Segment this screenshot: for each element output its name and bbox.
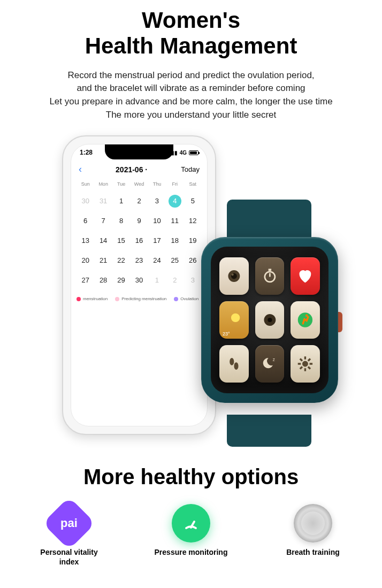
- today-button[interactable]: Today: [181, 165, 200, 173]
- svg-point-10: [305, 315, 308, 317]
- back-icon[interactable]: ‹: [79, 164, 82, 175]
- calendar-day-header: Thu: [148, 179, 166, 191]
- watch-strap-bottom: [227, 415, 311, 447]
- svg-line-22: [308, 359, 310, 361]
- calendar-cell[interactable]: 10: [148, 211, 166, 231]
- calendar-row: 27282930123: [77, 270, 202, 290]
- calendar-cell[interactable]: 29: [112, 270, 130, 290]
- calendar-cell[interactable]: 24: [148, 250, 166, 270]
- page-subtitle: Record the menstrual period and predict …: [0, 69, 382, 122]
- calendar-day-header: Mon: [94, 179, 112, 191]
- svg-point-8: [268, 318, 272, 322]
- calendar-cell[interactable]: 7: [94, 211, 112, 231]
- calendar-cell[interactable]: 1: [112, 191, 130, 211]
- option-pressure: Pressure monitoring: [151, 504, 231, 567]
- calendar-cell[interactable]: 21: [94, 250, 112, 270]
- calendar-cell[interactable]: 27: [77, 270, 94, 290]
- calendar-cell[interactable]: 23: [130, 250, 148, 270]
- option-pai: pai Personal vitality index: [29, 504, 109, 567]
- svg-rect-4: [268, 269, 271, 271]
- watch-strap-top: [227, 200, 311, 242]
- weather-app-icon[interactable]: 23°: [219, 301, 249, 339]
- health-options-row: pai Personal vitality index Pressure mon…: [0, 504, 382, 567]
- legend-ovulation: Ovulation: [174, 296, 198, 301]
- calendar-cell[interactable]: 31: [94, 191, 112, 211]
- svg-line-21: [300, 367, 302, 369]
- calendar-cell[interactable]: 13: [77, 231, 94, 250]
- calendar-cell[interactable]: 30: [77, 191, 94, 211]
- calendar-body: 3031123456789101112131415161718192021222…: [77, 191, 202, 290]
- legend-predicting: Predicting menstruation: [115, 296, 166, 301]
- calendar-row: 6789101112: [77, 211, 202, 231]
- calendar-header: ‹ 2021-06 · Today: [71, 156, 207, 179]
- calendar-cell[interactable]: 1: [148, 270, 166, 290]
- svg-point-2: [232, 273, 234, 276]
- calendar-cell[interactable]: 22: [112, 250, 130, 270]
- option-breath: Breath training: [273, 504, 353, 567]
- calendar-day-headers: SunMonTueWedThuFriSat: [77, 179, 202, 191]
- svg-point-11: [230, 358, 234, 365]
- stopwatch-app-icon[interactable]: [255, 257, 285, 295]
- svg-line-20: [308, 367, 310, 369]
- calendar-cell[interactable]: 28: [94, 270, 112, 290]
- calendar-cell[interactable]: 6: [77, 211, 94, 231]
- legend-menstruation: menstruation: [77, 296, 108, 301]
- calendar-day-header: Tue: [112, 179, 130, 191]
- page-title: Women's Health Management: [0, 0, 382, 59]
- calendar-cell[interactable]: 25: [166, 250, 184, 270]
- calendar-cell[interactable]: 8: [112, 211, 130, 231]
- calendar-cell[interactable]: 17: [148, 231, 166, 250]
- svg-point-6: [231, 314, 240, 322]
- calendar-cell[interactable]: 30: [130, 270, 148, 290]
- calendar-cell[interactable]: 15: [112, 231, 130, 250]
- breath-icon: [294, 504, 332, 543]
- calendar-cell[interactable]: 4: [166, 191, 184, 211]
- status-time: 1:28: [80, 149, 93, 156]
- calendar-cell[interactable]: 2: [130, 191, 148, 211]
- dial-app-icon[interactable]: [255, 301, 285, 339]
- calendar-day-header: Sun: [77, 179, 94, 191]
- watch-mockup: 23° z: [197, 200, 342, 447]
- calendar-row: 20212223242526: [77, 250, 202, 270]
- calendar-cell[interactable]: 16: [130, 231, 148, 250]
- month-label[interactable]: 2021-06 ·: [116, 165, 147, 174]
- weather-temp: 23°: [223, 331, 230, 337]
- pai-icon: pai: [50, 504, 88, 543]
- steps-app-icon[interactable]: [219, 345, 249, 383]
- calendar-cell[interactable]: 2: [166, 270, 184, 290]
- calendar-cell[interactable]: 20: [77, 250, 94, 270]
- svg-point-14: [302, 361, 308, 367]
- calendar-row: 13141516171819: [77, 231, 202, 250]
- calendar-cell[interactable]: 18: [166, 231, 184, 250]
- calendar-row: 303112345: [77, 191, 202, 211]
- calendar-day-header: Sat: [184, 179, 202, 191]
- title-line-1: Women's: [142, 7, 240, 33]
- svg-line-19: [300, 359, 302, 361]
- battery-icon: [189, 150, 198, 155]
- calendar-day-header: Wed: [130, 179, 148, 191]
- calendar-cell[interactable]: 14: [94, 231, 112, 250]
- calendar-cell[interactable]: 3: [148, 191, 166, 211]
- camera-app-icon[interactable]: [219, 257, 249, 295]
- calendar: SunMonTueWedThuFriSat 303112345678910111…: [71, 179, 207, 290]
- pressure-icon: [172, 504, 210, 543]
- title-line-2: Health Management: [85, 33, 297, 58]
- watch-body: 23° z: [201, 237, 338, 403]
- calendar-cell[interactable]: 9: [130, 211, 148, 231]
- phone-screen: 1:28 ▮▮▮▮ 4G ‹ 2021-06 · Today SunMonTue…: [71, 144, 208, 426]
- calendar-cell[interactable]: 11: [166, 211, 184, 231]
- phone-notch: [105, 144, 173, 159]
- sleep-app-icon[interactable]: z: [255, 345, 285, 383]
- svg-point-12: [234, 362, 238, 370]
- pai-label: Personal vitality index: [40, 548, 97, 567]
- settings-app-icon[interactable]: [291, 345, 320, 383]
- workout-app-icon[interactable]: [291, 301, 320, 339]
- pressure-label: Pressure monitoring: [155, 548, 228, 558]
- phone-mockup: 1:28 ▮▮▮▮ 4G ‹ 2021-06 · Today SunMonTue…: [62, 135, 216, 435]
- devices-showcase: 1:28 ▮▮▮▮ 4G ‹ 2021-06 · Today SunMonTue…: [0, 135, 382, 462]
- network-label: 4G: [180, 150, 187, 156]
- breath-label: Breath training: [286, 548, 340, 558]
- watch-screen: 23° z: [211, 247, 328, 393]
- svg-text:z: z: [272, 357, 274, 362]
- heart-rate-app-icon[interactable]: [291, 257, 320, 295]
